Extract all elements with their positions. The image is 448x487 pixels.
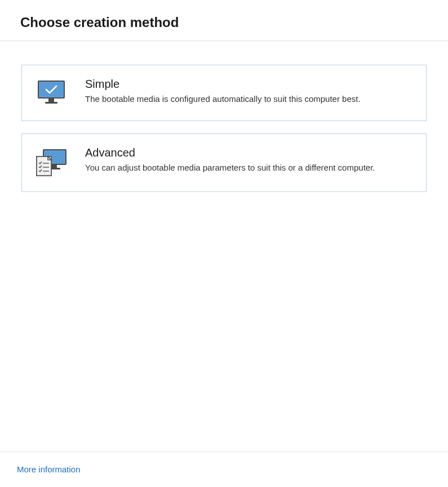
svg-rect-6	[51, 165, 57, 168]
option-advanced[interactable]: Advanced You can adjust bootable media p…	[21, 133, 427, 192]
option-simple-icon-wrapper	[36, 78, 67, 108]
option-advanced-text: Advanced You can adjust bootable media p…	[85, 146, 411, 174]
page-header: Choose creation method	[0, 0, 448, 41]
page-title: Choose creation method	[20, 15, 448, 30]
option-advanced-icon-wrapper	[36, 146, 67, 179]
monitor-check-icon	[37, 80, 65, 108]
option-simple-description: The bootable media is configured automat…	[85, 93, 411, 105]
option-simple-title: Simple	[85, 78, 411, 91]
svg-rect-3	[45, 102, 57, 104]
option-simple[interactable]: Simple The bootable media is configured …	[21, 65, 427, 121]
more-information-link[interactable]: More information	[17, 464, 81, 474]
svg-rect-1	[40, 83, 63, 96]
option-advanced-title: Advanced	[85, 146, 411, 159]
option-advanced-description: You can adjust bootable media parameters…	[85, 162, 411, 174]
page-footer: More information	[0, 452, 448, 487]
monitor-checklist-icon	[36, 149, 67, 179]
svg-rect-2	[48, 99, 54, 102]
content-area: Simple The bootable media is configured …	[0, 41, 448, 452]
option-simple-text: Simple The bootable media is configured …	[85, 78, 411, 105]
